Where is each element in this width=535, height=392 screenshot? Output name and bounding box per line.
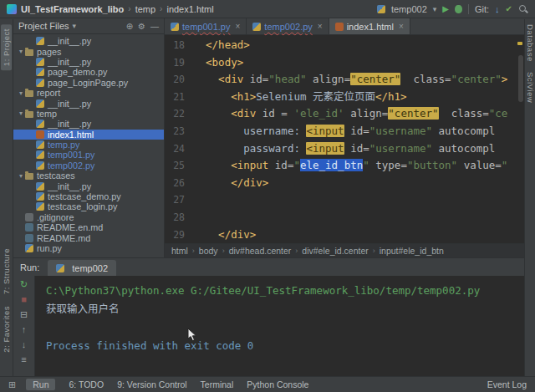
- tree-item-temp002-py[interactable]: temp002.py: [13, 160, 164, 171]
- console-line: Process finished with exit code 0: [46, 337, 524, 355]
- console-line: 获取输入用户名: [46, 300, 524, 318]
- code-text: <div id="head" align="center" class="cen…: [193, 71, 524, 89]
- tree-item-init-py[interactable]: __init__.py: [13, 57, 164, 67]
- project-name[interactable]: UI_TestFramework_libo: [21, 4, 124, 14]
- breadcrumb-item-html[interactable]: html: [171, 246, 188, 256]
- breadcrumb-item-div-ele-id-center[interactable]: div#ele_id.center: [302, 246, 368, 256]
- chevron-down-icon[interactable]: ▾: [433, 5, 437, 13]
- tree-item-init-py[interactable]: __init__.py: [13, 98, 164, 108]
- tree-item-init-py[interactable]: __init__.py: [13, 119, 164, 129]
- tree-item-temp001-py[interactable]: temp001.py: [13, 150, 164, 160]
- tree-item-gitignore[interactable]: .gitignore: [13, 212, 164, 222]
- tab-temp001-py[interactable]: temp001.py×: [165, 18, 247, 34]
- tree-item-page-loginpage-py[interactable]: page_LoginPage.py: [13, 78, 164, 88]
- py-file-icon: [36, 37, 44, 45]
- code-segment: [306, 73, 313, 85]
- code-text: passward: <input id="username" autocompl: [193, 140, 524, 158]
- code-text: <h1>Selenium 元素定位页面</h1>: [193, 89, 524, 106]
- tree-item-temp-py[interactable]: temp.py: [13, 140, 164, 150]
- chevron-down-icon[interactable]: ▾: [17, 109, 25, 117]
- breadcrumb-item-input-ele-id-btn[interactable]: input#ele_id_btn: [380, 246, 444, 256]
- breadcrumb-file[interactable]: index1.html: [166, 4, 213, 14]
- tree-item-run-py[interactable]: run.py: [13, 243, 164, 253]
- console-settings-icon[interactable]: ≡: [21, 355, 26, 364]
- tree-item-testcases[interactable]: ▾testcases: [13, 171, 164, 181]
- git-update-icon[interactable]: ↓: [495, 4, 500, 14]
- rerun-icon[interactable]: ↻: [20, 280, 28, 289]
- debug-button[interactable]: [455, 5, 462, 13]
- py-file-icon: [36, 120, 44, 128]
- statusbar-item-6-todo[interactable]: 6: TODO: [69, 379, 104, 389]
- code-segment: "ce: [489, 107, 508, 120]
- tab-index1-html[interactable]: index1.html×: [329, 18, 410, 34]
- tree-item-report[interactable]: ▾report: [13, 88, 164, 98]
- code-segment: <div: [231, 107, 256, 120]
- run-panel-header: Run: temp002: [13, 258, 524, 276]
- folder-file-icon: [25, 90, 33, 97]
- hide-icon[interactable]: —: [150, 22, 159, 31]
- code-segment: id=: [275, 159, 294, 171]
- chevron-down-icon[interactable]: ▾: [17, 89, 25, 97]
- tree-item-readme-md[interactable]: README.md: [13, 232, 164, 242]
- restore-layout-icon[interactable]: ⊟: [20, 310, 28, 319]
- console-line: C:\Python37\python.exe G:/Gitee/UI_TestF…: [46, 282, 524, 300]
- search-icon[interactable]: [518, 4, 528, 14]
- statusbar-item-terminal[interactable]: Terminal: [201, 379, 234, 389]
- code-segment: ele_id_btn: [300, 159, 363, 171]
- statusbar-item-python-console[interactable]: Python Console: [247, 379, 308, 389]
- tab-temp002-py[interactable]: temp002.py×: [247, 18, 329, 34]
- tree-item-index1-html[interactable]: index1.html: [13, 130, 164, 140]
- close-icon[interactable]: ×: [235, 22, 240, 31]
- line-number: 25: [165, 157, 193, 175]
- tool-button-database[interactable]: Database: [526, 24, 535, 62]
- breadcrumb-item-body[interactable]: body: [199, 246, 218, 256]
- event-log-button[interactable]: Event Log: [487, 379, 527, 389]
- run-console[interactable]: ↻■⊟↑↓≡ C:\Python37\python.exe G:/Gitee/U…: [13, 276, 524, 376]
- tool-button-favorites[interactable]: 2: Favorites: [2, 306, 11, 353]
- code-segment: <h1>: [231, 90, 256, 103]
- tree-item-init-py[interactable]: __init__.py: [13, 181, 164, 191]
- gear-icon[interactable]: ⚙: [138, 22, 145, 31]
- run-tab[interactable]: temp002: [48, 260, 116, 276]
- code-segment: [400, 73, 413, 85]
- run-config-selector[interactable]: temp002: [391, 4, 427, 14]
- project-scope-selector[interactable]: Project Files: [18, 21, 69, 31]
- code-segment: [193, 107, 231, 120]
- tree-item-testcase-demo-py[interactable]: testcase_demo.py: [13, 191, 164, 201]
- up-stack-icon[interactable]: ↑: [22, 325, 27, 334]
- tree-item-pages[interactable]: ▾pages: [13, 46, 164, 56]
- editor-scrollbar[interactable]: [518, 55, 523, 102]
- tool-button-structure[interactable]: 7: Structure: [2, 248, 11, 294]
- close-icon[interactable]: ×: [399, 22, 404, 31]
- tree-item-readme-en-md[interactable]: README.en.md: [13, 222, 164, 232]
- git-commit-icon[interactable]: ✔: [506, 4, 512, 13]
- tool-button-project[interactable]: 1: Project: [1, 24, 12, 70]
- statusbar-item-9-version-control[interactable]: 9: Version Control: [117, 379, 186, 389]
- breadcrumb-item-div-head-center[interactable]: div#head.center: [229, 246, 292, 256]
- tree-item-temp[interactable]: ▾temp: [13, 109, 164, 119]
- code-segment: [193, 90, 231, 103]
- locate-icon[interactable]: ⊕: [126, 22, 133, 31]
- py-file-icon: [36, 79, 44, 87]
- python-file-icon: [56, 264, 64, 272]
- tool-windows-icon[interactable]: ⊞: [8, 379, 16, 390]
- tool-button-sciview[interactable]: SciView: [526, 72, 535, 103]
- code-segment: <body>: [206, 56, 243, 69]
- tree-item-label: README.en.md: [37, 222, 103, 232]
- down-stack-icon[interactable]: ↓: [22, 340, 27, 349]
- chevron-down-icon[interactable]: ▾: [17, 172, 25, 180]
- statusbar-item-run[interactable]: Run: [26, 379, 55, 390]
- run-panel-label: Run:: [20, 262, 39, 272]
- tree-item-testcase-login-py[interactable]: testcase_login.py: [13, 201, 164, 211]
- breadcrumb-folder[interactable]: temp: [135, 4, 155, 14]
- editor-code[interactable]: 18 </head>19 <body>20 <div id="head" ali…: [165, 35, 524, 243]
- chevron-down-icon[interactable]: ▾: [73, 22, 77, 30]
- project-panel: Project Files ▾ ⊕⚙— __init__.py▾pages__i…: [13, 18, 165, 257]
- folder-file-icon: [25, 111, 33, 118]
- tree-item-init-py[interactable]: __init__.py: [13, 36, 164, 46]
- chevron-down-icon[interactable]: ▾: [17, 48, 25, 55]
- stop-icon[interactable]: ■: [21, 295, 27, 304]
- run-button[interactable]: ▶: [442, 4, 449, 13]
- close-icon[interactable]: ×: [318, 22, 323, 31]
- tree-item-page-demo-py[interactable]: page_demo.py: [13, 67, 164, 77]
